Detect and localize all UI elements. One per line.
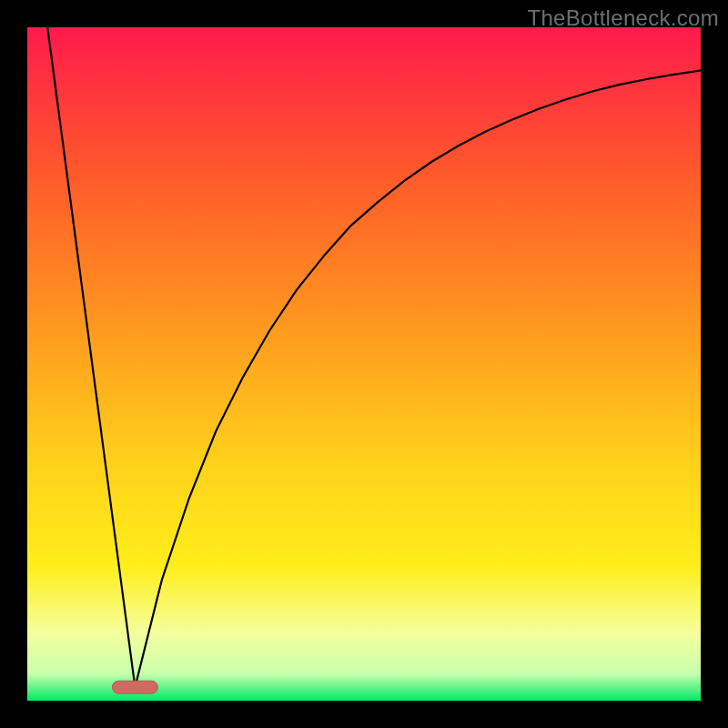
gradient-background bbox=[27, 27, 701, 701]
optimal-marker bbox=[112, 681, 157, 693]
plot-area bbox=[27, 27, 701, 701]
chart-svg bbox=[0, 0, 728, 728]
chart-canvas: TheBottleneck.com bbox=[0, 0, 728, 728]
watermark-text: TheBottleneck.com bbox=[527, 5, 719, 31]
